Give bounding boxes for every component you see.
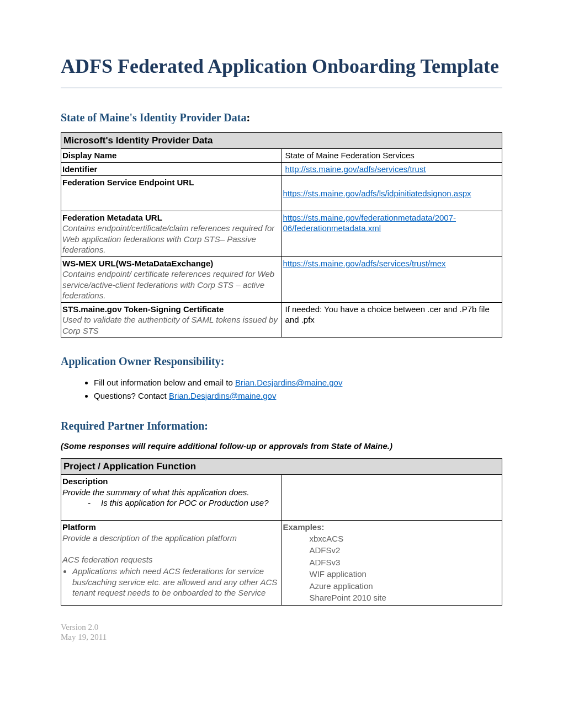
document-title: ADFS Federated Application Onboarding Te… — [61, 55, 502, 88]
table-row: Federation Metadata URL Contains endpoin… — [61, 211, 502, 256]
idp-table-header: Microsoft's Identity Provider Data — [61, 133, 502, 149]
footer-version: Version 2.0 — [61, 622, 502, 633]
example-item: ADFSv3 — [310, 556, 500, 569]
cell-bullet: Applications which need ACS federations … — [72, 565, 279, 598]
section-heading-partner: Required Partner Information: — [61, 419, 502, 433]
dash-item: Is this application for POC or Productio… — [88, 498, 269, 507]
row-label: STS.maine.gov Token-Signing Certificate — [62, 304, 224, 314]
section-heading-owner: Application Owner Responsibility: — [61, 354, 502, 368]
identifier-link[interactable]: http://sts.maine.gov/adfs/services/trust — [285, 164, 426, 174]
row-desc: Contains endpoint/ certificate reference… — [62, 269, 274, 300]
list-item: Fill out information below and email to … — [94, 376, 502, 389]
table-row: Description Provide the summary of what … — [61, 475, 502, 521]
table-row: STS.maine.gov Token-Signing Certificate … — [61, 302, 502, 338]
list-item: Questions? Contact Brian.Desjardins@main… — [94, 389, 502, 403]
example-item: SharePoint 2010 site — [310, 592, 500, 604]
footer-date: May 19, 2011 — [61, 632, 502, 643]
cell-value: If needed: You have a choice between .ce… — [282, 302, 502, 338]
row-desc: Provide the summary of what this applica… — [62, 488, 249, 497]
row-desc: Provide a description of the application… — [62, 533, 237, 543]
endpoint-link[interactable]: https://sts.maine.gov/adfs/ls/idpinitiat… — [283, 189, 471, 198]
wsmex-link[interactable]: https://sts.maine.gov/adfs/services/trus… — [283, 259, 446, 268]
examples-list: xbxcACS ADFSv2 ADFSv3 WIF application Az… — [283, 533, 500, 604]
table-row: WS-MEX URL(WS-MetaDataExchange) Contains… — [61, 256, 502, 302]
row-label: WS-MEX URL(WS-MetaDataExchange) — [62, 259, 213, 268]
list-text: Fill out information below and email to — [94, 378, 235, 387]
example-item: WIF application — [310, 568, 500, 580]
empty-cell — [282, 475, 502, 521]
row-desc: Used to validate the authenticity of SAM… — [62, 315, 278, 335]
list-text: Questions? Contact — [94, 391, 169, 400]
examples-label: Examples: — [283, 522, 325, 532]
table-row: Display Name State of Maine Federation S… — [61, 149, 502, 163]
metadata-link[interactable]: https://sts.maine.gov/federationmetadata… — [283, 213, 456, 233]
table-row: Identifier http://sts.maine.gov/adfs/ser… — [61, 162, 502, 176]
partner-table-header: Project / Application Function — [61, 458, 502, 474]
idp-table: Microsoft's Identity Provider Data Displ… — [61, 132, 502, 338]
row-label: Platform — [62, 522, 96, 532]
example-item: ADFSv2 — [310, 544, 500, 556]
table-row: Federation Service Endpoint URL https://… — [61, 176, 502, 211]
page-footer: Version 2.0 May 19, 2011 — [61, 622, 502, 643]
example-item: Azure application — [310, 580, 500, 592]
cell-value: State of Maine Federation Services — [282, 149, 502, 163]
row-label: Identifier — [62, 164, 97, 174]
owner-list: Fill out information below and email to … — [61, 376, 502, 402]
partner-subnote: (Some responses will require additional … — [61, 441, 502, 452]
example-item: xbxcACS — [310, 533, 500, 545]
row-desc: Contains endpoint/certificate/claim refe… — [62, 223, 274, 254]
row-label: Description — [62, 477, 108, 486]
contact-email-link[interactable]: Brian.Desjardins@maine.gov — [169, 391, 276, 400]
partner-table: Project / Application Function Descripti… — [61, 458, 502, 606]
row-sub: ACS federation requests — [62, 555, 152, 564]
section-heading-idp-text: State of Maine's Identity Provider Data — [61, 111, 246, 124]
section-heading-idp: State of Maine's Identity Provider Data: — [61, 110, 502, 125]
contact-email-link[interactable]: Brian.Desjardins@maine.gov — [235, 378, 342, 387]
row-label: Federation Metadata URL — [62, 213, 162, 222]
table-row: Platform Provide a description of the ap… — [61, 521, 502, 606]
row-label: Federation Service Endpoint URL — [62, 178, 194, 187]
row-label: Display Name — [62, 151, 116, 160]
